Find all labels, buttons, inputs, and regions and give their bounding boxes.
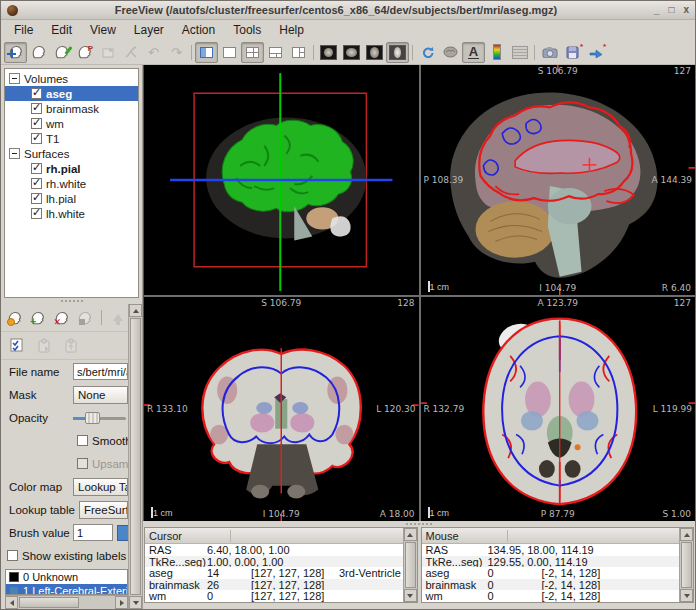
menu-tools[interactable]: Tools	[224, 21, 270, 39]
tree-item-aseg[interactable]: aseg	[5, 86, 138, 101]
file-name-input[interactable]: s/bert/mri/a	[73, 363, 128, 380]
tree-item-t1[interactable]: T1	[5, 131, 138, 146]
checkbox-checked-icon[interactable]	[31, 163, 42, 174]
view-3d[interactable]	[144, 65, 419, 295]
checkbox-checked-icon[interactable]	[31, 88, 42, 99]
scrollbar-thumb[interactable]	[681, 542, 692, 588]
tree-item-lh-white[interactable]: lh.white	[5, 206, 138, 221]
collapse-icon[interactable]	[9, 148, 20, 159]
navigate-tool-button[interactable]	[4, 42, 27, 63]
mouse-table-header[interactable]: Mouse	[422, 528, 680, 544]
cursor-table-scrollbar[interactable]	[403, 528, 417, 602]
undo-button: ↶	[142, 42, 165, 63]
load-volume-button[interactable]	[5, 306, 25, 329]
segmentation-label-list[interactable]: 0 Unknown 1 Left-Cerebral-Exterio 2 Left…	[5, 569, 128, 595]
tree-item-brainmask[interactable]: brainmask	[5, 101, 138, 116]
table-row: wm0[-2, 14, 128]	[422, 590, 680, 602]
mask-select[interactable]: None	[73, 386, 128, 404]
label-list-item-selected[interactable]: 1 Left-Cerebral-Exterio	[6, 584, 127, 595]
scrollbar-thumb[interactable]	[130, 318, 141, 595]
layout-1x3-side-button[interactable]	[287, 42, 310, 63]
pointset-edit-button[interactable]: P	[73, 42, 96, 63]
3d-brain-render	[144, 65, 419, 295]
show-all-labels-button[interactable]	[5, 334, 29, 357]
voxel-edit-button[interactable]	[50, 42, 73, 63]
collapse-icon[interactable]	[9, 73, 20, 84]
tree-item-wm[interactable]: wm	[5, 116, 138, 131]
menu-action[interactable]: Action	[173, 21, 224, 39]
menu-edit[interactable]: Edit	[42, 21, 81, 39]
minimize-button[interactable]: _	[654, 5, 660, 15]
toggle-panel-button[interactable]	[195, 42, 218, 63]
scrollbar-thumb[interactable]	[405, 542, 416, 588]
goto-point-button[interactable]: *	[584, 42, 607, 63]
scroll-right-button[interactable]	[115, 596, 128, 609]
checkbox-checked-icon[interactable]	[31, 178, 42, 189]
checkbox-checked-icon[interactable]	[31, 103, 42, 114]
scroll-down-button[interactable]	[129, 596, 142, 609]
layout-1x3-button[interactable]	[264, 42, 287, 63]
scrollbar-thumb[interactable]	[19, 597, 79, 608]
color-map-select[interactable]: Lookup Tab	[73, 478, 128, 496]
colorbar-button[interactable]	[485, 42, 508, 63]
checkbox-checked-icon[interactable]	[31, 193, 42, 204]
scroll-left-button[interactable]	[5, 596, 18, 609]
tree-section-volumes[interactable]: Volumes	[5, 71, 138, 86]
view-coronal[interactable]: S 106.79 128 R 133.10 L 120.30 I 104.79 …	[144, 297, 419, 521]
brush-color-swatch[interactable]	[117, 525, 128, 541]
smooth-checkbox[interactable]	[77, 435, 88, 446]
cursor-table-header[interactable]: Cursor	[145, 528, 403, 544]
annotation-button[interactable]: A	[462, 42, 485, 63]
surface-button[interactable]	[439, 42, 462, 63]
layout-2x2-button[interactable]	[241, 42, 264, 63]
tree-item-rh-white[interactable]: rh.white	[5, 176, 138, 191]
view-axial[interactable]: A 123.79 127 R 132.79 L 119.99 P 87.79 S…	[421, 297, 696, 521]
scroll-up-button[interactable]	[129, 304, 142, 317]
scroll-down-button[interactable]	[404, 589, 417, 602]
horizontal-scrollbar[interactable]	[5, 595, 128, 609]
tree-item-rh-pial[interactable]: rh.pial	[5, 161, 138, 176]
menu-file[interactable]: File	[5, 21, 42, 39]
vertical-scrollbar[interactable]	[128, 304, 142, 609]
opacity-slider[interactable]	[73, 409, 128, 427]
scroll-up-button[interactable]	[680, 528, 693, 541]
save-screenshot-button[interactable]: *	[561, 42, 584, 63]
show-labels-checkbox[interactable]	[7, 550, 18, 561]
layout-2x2-icon	[246, 47, 259, 58]
new-volume-button[interactable]: +	[28, 306, 48, 329]
menu-layer[interactable]: Layer	[125, 21, 173, 39]
view-3d-button[interactable]	[386, 42, 409, 63]
refresh-button[interactable]	[416, 42, 439, 63]
tree-section-surfaces[interactable]: Surfaces	[5, 146, 138, 161]
mouse-table-scrollbar[interactable]	[679, 528, 693, 602]
checkbox-checked-icon[interactable]	[31, 133, 42, 144]
menu-view[interactable]: View	[81, 21, 125, 39]
checkbox-checked-icon[interactable]	[31, 208, 42, 219]
tree-item-lh-pial[interactable]: lh.pial	[5, 191, 138, 206]
scroll-up-button[interactable]	[404, 528, 417, 541]
scroll-down-button[interactable]	[680, 589, 693, 602]
close-button[interactable]: x	[683, 5, 689, 15]
menu-help[interactable]: Help	[270, 21, 313, 39]
layout-1x1-button[interactable]	[218, 42, 241, 63]
screenshot-button[interactable]	[538, 42, 561, 63]
title-bar[interactable]: FreeView (/autofs/cluster/freesurfer/cen…	[1, 1, 695, 20]
checkbox-checked-icon[interactable]	[31, 118, 42, 129]
layer-tree[interactable]: Volumes aseg brainmask wm T1	[4, 68, 139, 298]
view-sagittal[interactable]: S 106.79 127 P 108.39 A 144.39 I 104.79 …	[421, 65, 696, 295]
brush-value-input[interactable]: 1	[73, 524, 113, 541]
measure-tool-button[interactable]	[27, 42, 50, 63]
window-title: FreeView (/autofs/cluster/freesurfer/cen…	[18, 4, 654, 16]
maximize-button[interactable]: □	[668, 5, 674, 15]
plus-icon: +	[30, 317, 36, 327]
sagittal-view-button[interactable]	[317, 42, 340, 63]
label-list-item[interactable]: 0 Unknown	[6, 570, 127, 584]
slider-knob[interactable]	[85, 412, 100, 424]
close-volume-button[interactable]: ✕	[51, 306, 71, 329]
lookup-table-select[interactable]: FreeSurferC	[79, 501, 128, 519]
view-grid: S 106.79 127 P 108.39 A 144.39 I 104.79 …	[143, 65, 695, 521]
coronal-view-button[interactable]	[340, 42, 363, 63]
copy-settings-button	[59, 334, 83, 357]
histogram-button[interactable]	[508, 42, 531, 63]
axial-view-button[interactable]	[363, 42, 386, 63]
